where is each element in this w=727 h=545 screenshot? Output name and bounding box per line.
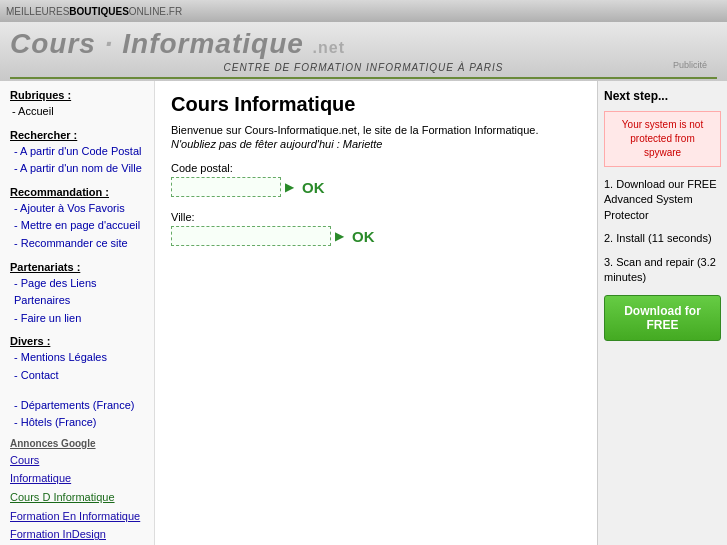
main-content: Cours Informatique Bienvenue sur Cours-I…	[155, 81, 597, 545]
ville-ok-button[interactable]: OK	[348, 228, 379, 245]
step3: 3. Scan and repair (3.2 minutes)	[604, 255, 721, 286]
next-step-title: Next step...	[604, 89, 721, 103]
recommandation-heading: Recommandation :	[10, 186, 146, 198]
ad-informatique[interactable]: Informatique	[10, 469, 146, 488]
logo-cours-text: Cours	[10, 28, 96, 59]
sidebar-hotels[interactable]: - Hôtels (France)	[14, 414, 146, 432]
ads-title: Annonces Google	[10, 438, 146, 449]
intro-text: Bienvenue sur Cours-Informatique.net, le…	[171, 124, 581, 136]
logo-net-text: .net	[313, 39, 345, 56]
sidebar-recommander[interactable]: - Recommander ce site	[14, 235, 146, 253]
google-ads: Annonces Google Cours Informatique Cours…	[10, 438, 146, 544]
topbar-online: ONLINE	[129, 6, 166, 17]
top-bar: MEILLEURES BOUTIQUES ONLINE .FR	[0, 0, 727, 22]
sidebar-liens-partenaires[interactable]: - Page des Liens Partenaires	[14, 275, 146, 310]
sidebar-accueil[interactable]: - Accueil	[12, 103, 146, 121]
sidebar-departements[interactable]: - Départements (France)	[14, 397, 146, 415]
ville-label: Ville:	[171, 211, 581, 223]
sidebar-mentions-legales[interactable]: - Mentions Légales	[14, 349, 146, 367]
ad-formation-indesign[interactable]: Formation InDesign	[10, 525, 146, 544]
main-container: Rubriques : - Accueil Rechercher : - A p…	[0, 81, 727, 545]
divers-heading: Divers :	[10, 335, 146, 347]
site-header: Cours · Informatique .net Publicité CENT…	[0, 22, 727, 81]
code-postal-ok-button[interactable]: OK	[298, 179, 329, 196]
logo-cours: Cours · Informatique .net	[10, 28, 345, 60]
sidebar-favoris[interactable]: - Ajouter à Vos Favoris	[14, 200, 146, 218]
page-title: Cours Informatique	[171, 93, 581, 116]
ok-arrow2-icon: ▶	[335, 229, 344, 243]
sidebar: Rubriques : - Accueil Rechercher : - A p…	[0, 81, 155, 545]
logo-separator: ·	[105, 28, 123, 59]
ville-input[interactable]	[171, 226, 331, 246]
ville-row: Ville: ▶ OK	[171, 211, 581, 246]
topbar-boutiques: BOUTIQUES	[69, 6, 128, 17]
sidebar-page-accueil[interactable]: - Mettre en page d'accueil	[14, 217, 146, 235]
code-postal-label: Code postal:	[171, 162, 581, 174]
ad-formation-info[interactable]: Formation En Informatique	[10, 507, 146, 526]
sidebar-faire-lien[interactable]: - Faire un lien	[14, 310, 146, 328]
pub-label: Publicité	[673, 60, 707, 70]
logo-informatique-text: Informatique	[122, 28, 304, 59]
today-text: N'oubliez pas de fêter aujourd'hui : Mar…	[171, 138, 581, 150]
code-postal-input[interactable]	[171, 177, 281, 197]
step1: 1. Download our FREE Advanced System Pro…	[604, 177, 721, 223]
step2: 2. Install (11 seconds)	[604, 231, 721, 246]
topbar-fr: .FR	[166, 6, 182, 17]
download-button[interactable]: Download for FREE	[604, 295, 721, 341]
topbar-meilleures: MEILLEURES	[6, 6, 69, 17]
logo-area: Cours · Informatique .net	[10, 28, 717, 60]
partenariats-heading: Partenariats :	[10, 261, 146, 273]
ok-arrow-icon: ▶	[285, 180, 294, 194]
rubriques-heading: Rubriques :	[10, 89, 146, 101]
site-subtitle: CENTRE DE FORMATION INFORMATIQUE À PARIS	[10, 62, 717, 79]
rechercher-heading: Rechercher :	[10, 129, 146, 141]
sidebar-contact[interactable]: - Contact	[14, 367, 146, 385]
sidebar-code-postal[interactable]: - A partir d'un Code Postal	[14, 143, 146, 161]
ad-cours-d-info[interactable]: Cours D Informatique	[10, 488, 146, 507]
spyware-warning: Your system is not protected from spywar…	[604, 111, 721, 167]
sidebar-nom-ville[interactable]: - A partir d'un nom de Ville	[14, 160, 146, 178]
code-postal-row: Code postal: ▶ OK	[171, 162, 581, 197]
ad-cours[interactable]: Cours	[10, 451, 146, 470]
right-panel: Next step... Your system is not protecte…	[597, 81, 727, 545]
